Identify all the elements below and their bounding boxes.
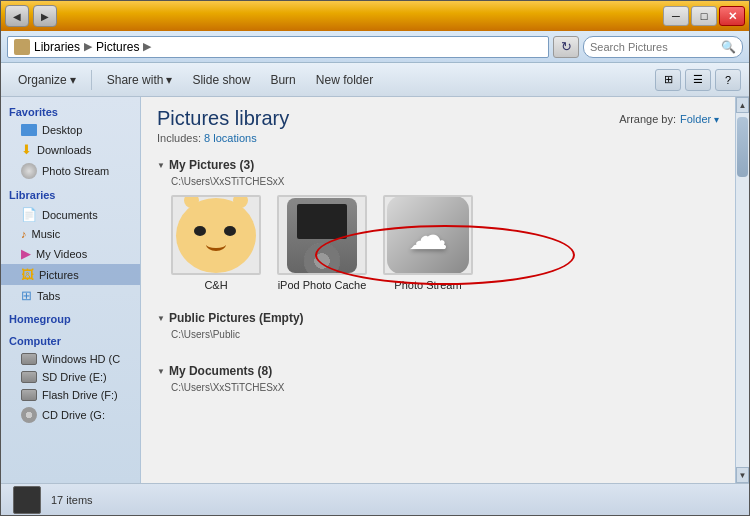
path-libraries: Libraries	[34, 40, 80, 54]
photostream-image: ☁	[387, 196, 469, 274]
maximize-button[interactable]: □	[691, 6, 717, 26]
item-ipod[interactable]: iPod Photo Cache	[277, 195, 367, 291]
main-window: ◀ ▶ ─ □ ✕ Libraries ▶ Pictures ▶ ↻ 🔍 Org…	[0, 0, 750, 516]
sidebar-desktop-label: Desktop	[42, 124, 82, 136]
path-sep2: ▶	[143, 40, 151, 53]
section2-title: Public Pictures (Empty)	[157, 311, 719, 325]
includes-label: Includes:	[157, 132, 201, 144]
sidebar-libraries-label: Libraries	[9, 189, 55, 201]
locations-link[interactable]: 8 locations	[204, 132, 257, 144]
photostream-sidebar-icon	[21, 163, 37, 179]
search-input[interactable]	[590, 41, 717, 53]
content-header: Pictures library Includes: 8 locations A…	[141, 97, 735, 150]
path-sep1: ▶	[84, 40, 92, 53]
scroll-up-button[interactable]: ▲	[736, 97, 749, 113]
status-thumbnail	[13, 486, 41, 514]
title-bar-left: ◀ ▶	[5, 5, 57, 27]
item-ch-label: C&H	[204, 279, 227, 291]
section3-title: My Documents (8)	[157, 364, 719, 378]
forward-button[interactable]: ▶	[33, 5, 57, 27]
scrollbar: ▲ ▼	[735, 97, 749, 483]
view-details-button[interactable]: ☰	[685, 69, 711, 91]
sidebar-flashdrive-label: Flash Drive (F:)	[42, 389, 118, 401]
sidebar-myvideos-label: My Videos	[36, 248, 87, 260]
videos-icon: ▶	[21, 246, 31, 261]
sidebar-item-myvideos[interactable]: ▶ My Videos	[1, 243, 140, 264]
sd-icon	[21, 371, 37, 383]
desktop-icon	[21, 124, 37, 136]
minimize-button[interactable]: ─	[663, 6, 689, 26]
downloads-icon: ⬇	[21, 142, 32, 157]
section1-path: C:\Users\XxSTiTCHESxX	[171, 176, 719, 187]
content-subtitle: Includes: 8 locations	[157, 132, 719, 144]
sidebar-item-pictures[interactable]: 🖼 Pictures	[1, 264, 140, 285]
address-bar: Libraries ▶ Pictures ▶ ↻ 🔍	[1, 31, 749, 63]
help-button[interactable]: ?	[715, 69, 741, 91]
item-photostream[interactable]: ☁ Photo Stream	[383, 195, 473, 291]
sidebar-item-photostream[interactable]: Photo Stream	[1, 160, 140, 182]
item-photostream-label: Photo Stream	[394, 279, 461, 291]
sidebar-item-tabs[interactable]: ⊞ Tabs	[1, 285, 140, 306]
sidebar-item-flash-drive[interactable]: Flash Drive (F:)	[1, 386, 140, 404]
search-icon: 🔍	[721, 40, 736, 54]
close-button[interactable]: ✕	[719, 6, 745, 26]
search-box: 🔍	[583, 36, 743, 58]
toolbar-separator-1	[91, 70, 92, 90]
ear-right	[233, 195, 248, 208]
back-button[interactable]: ◀	[5, 5, 29, 27]
sidebar-item-desktop[interactable]: Desktop	[1, 121, 140, 139]
ipod-image	[287, 198, 357, 273]
view-toggle-button[interactable]: ⊞	[655, 69, 681, 91]
arrange-bar: Arrange by: Folder	[619, 113, 719, 125]
path-icon	[14, 39, 30, 55]
sidebar-item-cd-drive[interactable]: CD Drive (G:	[1, 404, 140, 426]
slideshow-button[interactable]: Slide show	[183, 67, 259, 93]
flash-icon	[21, 389, 37, 401]
organize-button[interactable]: Organize ▾	[9, 67, 85, 93]
sidebar-photostream-label: Photo Stream	[42, 165, 109, 177]
scroll-thumb[interactable]	[737, 117, 747, 177]
new-folder-button[interactable]: New folder	[307, 67, 382, 93]
sidebar-pictures-label: Pictures	[39, 269, 79, 281]
share-with-button[interactable]: Share with ▾	[98, 67, 182, 93]
scroll-down-button[interactable]: ▼	[736, 467, 749, 483]
burn-button[interactable]: Burn	[261, 67, 304, 93]
hdd-icon	[21, 353, 37, 365]
ear-left	[184, 195, 199, 208]
item-ch[interactable]: C&H	[171, 195, 261, 291]
section3-path: C:\Users\XxSTiTCHESxX	[171, 382, 719, 393]
path-bar[interactable]: Libraries ▶ Pictures ▶	[7, 36, 549, 58]
favorites-header[interactable]: Favorites	[1, 103, 140, 121]
ipod-wheel	[304, 243, 340, 273]
sidebar-item-documents[interactable]: 📄 Documents	[1, 204, 140, 225]
sidebar-favorites-label: Favorites	[9, 106, 58, 118]
sidebar-tabs-label: Tabs	[37, 290, 60, 302]
main-content: Favorites Desktop ⬇ Downloads Photo Stre…	[1, 97, 749, 483]
computer-section: Computer Windows HD (C SD Drive (E:) Fla…	[1, 332, 140, 426]
sidebar-item-downloads[interactable]: ⬇ Downloads	[1, 139, 140, 160]
sidebar-item-music[interactable]: ♪ Music	[1, 225, 140, 243]
libraries-section: Libraries 📄 Documents ♪ Music ▶ My Video…	[1, 186, 140, 306]
face-image	[176, 198, 256, 273]
section1-title: My Pictures (3)	[157, 158, 719, 172]
my-pictures-section: My Pictures (3) C:\Users\XxSTiTCHESxX	[141, 150, 735, 303]
tabs-icon: ⊞	[21, 288, 32, 303]
status-bar: 17 items	[1, 483, 749, 515]
pictures-icon: 🖼	[21, 267, 34, 282]
sidebar-item-sd-drive[interactable]: SD Drive (E:)	[1, 368, 140, 386]
documents-icon: 📄	[21, 207, 37, 222]
title-bar: ◀ ▶ ─ □ ✕	[1, 1, 749, 31]
arrange-value[interactable]: Folder	[680, 113, 719, 125]
computer-header[interactable]: Computer	[1, 332, 140, 350]
my-documents-section: My Documents (8) C:\Users\XxSTiTCHESxX	[141, 356, 735, 409]
sidebar-windowshd-label: Windows HD (C	[42, 353, 120, 365]
sidebar-item-windows-hd[interactable]: Windows HD (C	[1, 350, 140, 368]
toolbar: Organize ▾ Share with ▾ Slide show Burn …	[1, 63, 749, 97]
path-pictures: Pictures	[96, 40, 139, 54]
refresh-button[interactable]: ↻	[553, 36, 579, 58]
public-pictures-section: Public Pictures (Empty) C:\Users\Public	[141, 303, 735, 356]
ipod-screen	[297, 204, 347, 239]
homegroup-header[interactable]: Homegroup	[1, 310, 140, 328]
ipod-thumbnail	[277, 195, 367, 275]
libraries-header[interactable]: Libraries	[1, 186, 140, 204]
